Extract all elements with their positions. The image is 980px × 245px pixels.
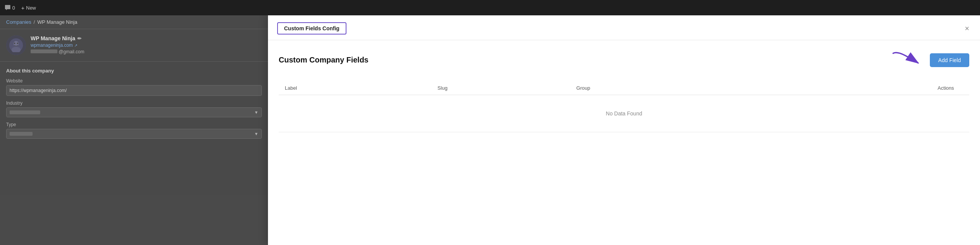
breadcrumb-current: WP Manage Ninja: [37, 19, 77, 25]
chat-count: 0: [12, 5, 15, 11]
edit-icon[interactable]: ✏: [77, 36, 82, 41]
main-wrapper: Companies / WP Manage Ninja: [0, 15, 980, 245]
modal-header: Custom Fields Config ×: [268, 15, 980, 40]
plus-icon: +: [21, 5, 24, 11]
chevron-down-icon: ▼: [254, 110, 258, 115]
table-body: No Data Found: [279, 95, 969, 132]
profile-website[interactable]: wpmanageninja.com ↗: [31, 43, 84, 48]
avatar-svg: [9, 38, 23, 52]
profile-info: WP Manage Ninja ✏ wpmanageninja.com ↗ @g…: [31, 35, 84, 54]
col-slug: Slug: [431, 81, 570, 95]
external-link-icon: ↗: [74, 43, 77, 48]
modal-section-header: Custom Company Fields Add Field: [279, 49, 969, 71]
modal-section-title: Custom Company Fields: [279, 56, 368, 64]
col-label: Label: [279, 81, 431, 95]
modal-body: Custom Company Fields Add Field: [268, 40, 980, 245]
website-input[interactable]: https://wpmanageninja.com/: [6, 85, 262, 96]
website-label: Website: [6, 78, 262, 84]
email-blur: [31, 49, 57, 53]
profile-name: WP Manage Ninja ✏: [31, 35, 84, 41]
new-button[interactable]: + New: [21, 5, 36, 11]
industry-select[interactable]: ▼: [6, 107, 262, 117]
arrow-decoration: [889, 49, 924, 71]
col-group: Group: [570, 81, 733, 95]
new-label: New: [26, 5, 36, 11]
about-title: About this company: [6, 68, 262, 74]
svg-point-3: [14, 43, 15, 44]
add-field-area: Add Field: [889, 49, 969, 71]
breadcrumb: Companies / WP Manage Ninja: [0, 15, 268, 29]
top-bar: 0 + New: [0, 0, 980, 15]
chat-icon: [5, 5, 11, 11]
breadcrumb-separator: /: [34, 19, 35, 25]
modal-title: Custom Fields Config: [277, 22, 346, 35]
about-section: About this company Website https://wpman…: [0, 62, 268, 150]
table-header: Label Slug Group Actions: [279, 81, 969, 95]
modal-close-button[interactable]: ×: [963, 23, 971, 34]
add-field-button[interactable]: Add Field: [930, 53, 969, 67]
col-actions: Actions: [733, 81, 969, 95]
breadcrumb-parent[interactable]: Companies: [6, 19, 31, 25]
fields-table: Label Slug Group Actions No Data Found: [279, 81, 969, 132]
no-data-cell: No Data Found: [279, 95, 969, 132]
type-select[interactable]: ▼: [6, 129, 262, 139]
type-label: Type: [6, 122, 262, 127]
type-blur: [10, 132, 33, 136]
avatar-image: [6, 35, 26, 55]
svg-point-4: [17, 43, 18, 44]
chat-notification[interactable]: 0: [5, 5, 15, 11]
modal-overlay: Custom Fields Config × Custom Company Fi…: [268, 15, 980, 245]
avatar: [6, 35, 26, 55]
no-data-row: No Data Found: [279, 95, 969, 132]
industry-label: Industry: [6, 100, 262, 106]
profile-section: WP Manage Ninja ✏ wpmanageninja.com ↗ @g…: [0, 29, 268, 62]
modal-panel: Custom Fields Config × Custom Company Fi…: [268, 15, 980, 245]
left-panel: Companies / WP Manage Ninja: [0, 15, 268, 245]
industry-blur: [10, 110, 40, 114]
profile-email: @gmail.com: [31, 49, 84, 54]
chevron-down-icon-2: ▼: [254, 132, 258, 136]
